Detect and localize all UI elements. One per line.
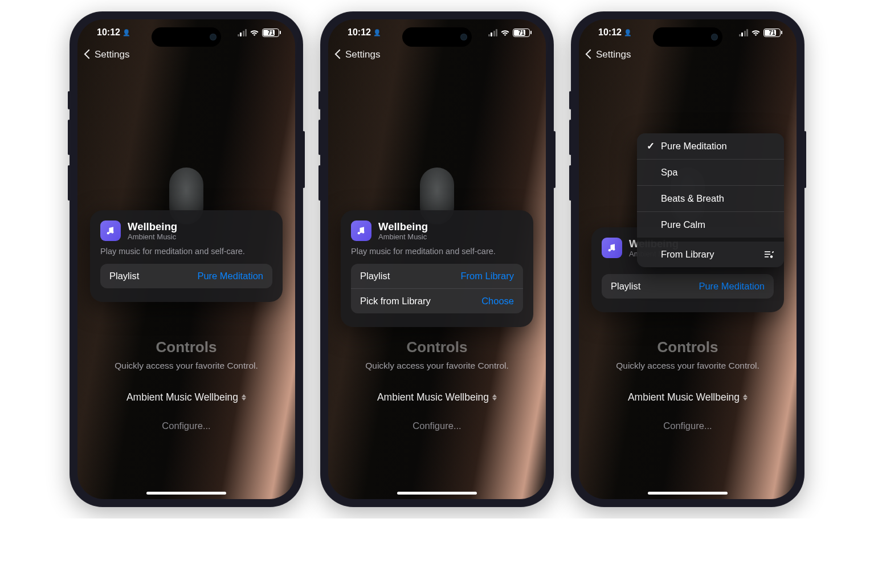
svg-rect-8 [765, 256, 769, 258]
playlist-label: Playlist [360, 271, 390, 281]
svg-rect-6 [765, 251, 770, 252]
menu-item-pure-meditation[interactable]: ✓ Pure Meditation [637, 133, 784, 159]
menu-item-from-library[interactable]: From Library [637, 242, 784, 267]
side-button[interactable] [804, 131, 806, 188]
pick-label: Pick from Library [360, 296, 431, 307]
silent-switch[interactable] [68, 91, 70, 109]
menu-label: Beats & Breath [661, 193, 724, 204]
screen: 10:12 👤 71 Settings Wellbeing Ambient Mu [328, 19, 546, 499]
side-button[interactable] [303, 131, 305, 188]
card-subtitle: Ambient Music [128, 232, 177, 241]
playlist-row[interactable]: Playlist Pure Meditation [602, 274, 774, 299]
svg-point-0 [107, 232, 109, 234]
wellbeing-card: Wellbeing Ambient Music Play music for m… [90, 210, 283, 302]
controls-title: Controls [77, 338, 295, 356]
svg-point-4 [608, 249, 611, 251]
menu-item-pure-calm[interactable]: Pure Calm [637, 211, 784, 238]
svg-point-3 [362, 231, 364, 233]
svg-point-2 [358, 232, 360, 234]
pick-row[interactable]: Pick from Library Choose [351, 288, 523, 313]
screen: 10:12 👤 71 Settings Wellbeing Ambient Mu [579, 19, 797, 499]
clock: 10:12 [97, 27, 120, 38]
playlist-value: Pure Meditation [197, 271, 263, 281]
card-description: Play music for meditation and self-care. [100, 247, 272, 256]
cell-signal-icon [739, 29, 749, 36]
controls-title: Controls [579, 338, 797, 356]
menu-item-spa[interactable]: Spa [637, 159, 784, 185]
svg-point-1 [111, 231, 113, 233]
playlist-group: Playlist Pure Meditation [602, 274, 774, 299]
back-label: Settings [345, 49, 380, 60]
home-indicator[interactable] [146, 492, 226, 495]
control-picker[interactable]: Ambient Music Wellbeing [377, 391, 497, 403]
silent-switch[interactable] [569, 91, 571, 109]
wifi-icon [500, 29, 510, 36]
cell-signal-icon [238, 29, 247, 36]
playlist-value: From Library [460, 271, 514, 281]
wellbeing-app-icon [602, 238, 622, 258]
controls-hint: Quickly access your favorite Control. [328, 361, 546, 371]
svg-rect-7 [765, 254, 770, 255]
screen: 10:12 👤 71 Settings Wellbeing Ambient Mu [77, 19, 295, 499]
wellbeing-app-icon [100, 220, 121, 241]
svg-point-5 [612, 248, 615, 250]
home-indicator[interactable] [648, 492, 728, 495]
battery-icon: 71 [763, 28, 781, 37]
phone-frame: 10:12 👤 71 Settings Wellbeing Ambient Mu [70, 11, 303, 507]
person-icon: 👤 [122, 29, 130, 36]
clock: 10:12 [348, 27, 371, 38]
battery-icon: 71 [513, 28, 530, 37]
silent-switch[interactable] [318, 91, 321, 109]
card-title: Wellbeing [378, 220, 428, 232]
menu-label: Spa [661, 167, 677, 178]
configure-button[interactable]: Configure... [77, 420, 295, 431]
control-picker[interactable]: Ambient Music Wellbeing [126, 391, 246, 403]
card-description: Play music for meditation and self-care. [351, 247, 523, 256]
menu-label: Pure Meditation [661, 141, 727, 152]
choose-button[interactable]: Choose [481, 296, 514, 307]
volume-up[interactable] [569, 120, 571, 155]
menu-label: From Library [661, 249, 714, 260]
side-button[interactable] [553, 131, 556, 188]
dynamic-island [402, 27, 472, 47]
playlist-group: Playlist From Library Pick from Library … [351, 264, 523, 313]
person-icon: 👤 [624, 29, 632, 36]
playlist-group: Playlist Pure Meditation [100, 264, 272, 288]
volume-down[interactable] [569, 165, 571, 201]
chevron-left-icon [85, 49, 92, 60]
card-subtitle: Ambient Music [378, 232, 428, 241]
svg-point-9 [770, 255, 773, 258]
back-label: Settings [95, 49, 129, 60]
playlist-row[interactable]: Playlist Pure Meditation [100, 264, 272, 288]
menu-label: Pure Calm [661, 219, 705, 230]
home-indicator[interactable] [397, 492, 477, 495]
volume-down[interactable] [68, 165, 70, 201]
controls-hint: Quickly access your favorite Control. [77, 361, 295, 371]
playlist-menu: ✓ Pure Meditation Spa Beats & Breath Pur… [637, 133, 784, 267]
wifi-icon [751, 29, 761, 36]
check-icon: ✓ [646, 141, 655, 152]
menu-item-beats-breath[interactable]: Beats & Breath [637, 185, 784, 211]
control-picker[interactable]: Ambient Music Wellbeing [628, 391, 748, 403]
menu-separator [637, 238, 784, 242]
playlist-row[interactable]: Playlist From Library [351, 264, 523, 288]
playlist-value: Pure Meditation [699, 281, 765, 292]
wifi-icon [250, 29, 259, 36]
bottom-section: Controls Quickly access your favorite Co… [77, 338, 295, 431]
controls-title: Controls [328, 338, 546, 356]
controls-hint: Quickly access your favorite Control. [579, 361, 797, 371]
back-label: Settings [596, 49, 631, 60]
chevron-left-icon [336, 49, 343, 60]
volume-down[interactable] [318, 165, 321, 201]
person-icon: 👤 [373, 29, 381, 36]
picker-label: Ambient Music Wellbeing [126, 391, 238, 403]
dynamic-island [653, 27, 722, 47]
volume-up[interactable] [318, 120, 321, 155]
card-title: Wellbeing [128, 220, 177, 232]
bottom-section: Controls Quickly access your favorite Co… [579, 338, 797, 431]
cell-signal-icon [488, 29, 498, 36]
volume-up[interactable] [68, 120, 70, 155]
wellbeing-app-icon [351, 220, 371, 241]
configure-button[interactable]: Configure... [328, 420, 546, 431]
configure-button[interactable]: Configure... [579, 420, 797, 431]
